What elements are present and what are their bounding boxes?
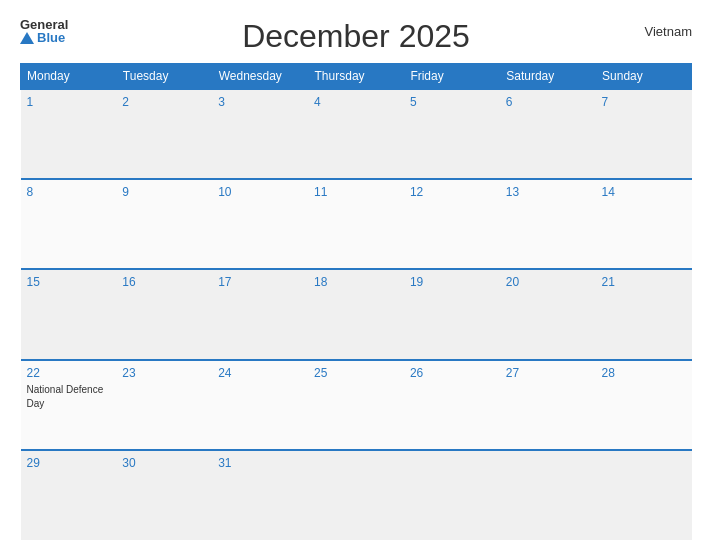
calendar-week-row: 15161718192021 bbox=[21, 269, 692, 359]
logo-triangle-icon bbox=[20, 32, 34, 44]
calendar-week-row: 891011121314 bbox=[21, 179, 692, 269]
day-number: 24 bbox=[218, 366, 302, 380]
calendar-cell: 5 bbox=[404, 89, 500, 179]
col-tuesday: Tuesday bbox=[116, 64, 212, 90]
month-title: December 2025 bbox=[242, 18, 470, 55]
calendar-cell: 9 bbox=[116, 179, 212, 269]
calendar-cell: 16 bbox=[116, 269, 212, 359]
calendar-cell: 26 bbox=[404, 360, 500, 450]
day-number: 9 bbox=[122, 185, 206, 199]
day-number: 1 bbox=[27, 95, 111, 109]
day-number: 30 bbox=[122, 456, 206, 470]
calendar-cell: 15 bbox=[21, 269, 117, 359]
calendar-cell: 19 bbox=[404, 269, 500, 359]
calendar-cell: 1 bbox=[21, 89, 117, 179]
calendar-table: Monday Tuesday Wednesday Thursday Friday… bbox=[20, 63, 692, 540]
calendar-cell: 3 bbox=[212, 89, 308, 179]
day-number: 18 bbox=[314, 275, 398, 289]
day-number: 19 bbox=[410, 275, 494, 289]
calendar-week-row: 293031 bbox=[21, 450, 692, 540]
day-number: 3 bbox=[218, 95, 302, 109]
day-number: 15 bbox=[27, 275, 111, 289]
calendar-cell: 28 bbox=[596, 360, 692, 450]
calendar-cell: 2 bbox=[116, 89, 212, 179]
col-thursday: Thursday bbox=[308, 64, 404, 90]
day-number: 12 bbox=[410, 185, 494, 199]
calendar-cell: 14 bbox=[596, 179, 692, 269]
calendar-week-row: 22National Defence Day232425262728 bbox=[21, 360, 692, 450]
calendar-cell: 6 bbox=[500, 89, 596, 179]
day-number: 2 bbox=[122, 95, 206, 109]
calendar-cell bbox=[500, 450, 596, 540]
calendar-cell bbox=[596, 450, 692, 540]
day-number: 10 bbox=[218, 185, 302, 199]
logo-blue-text: Blue bbox=[20, 31, 65, 44]
calendar-cell: 10 bbox=[212, 179, 308, 269]
calendar-cell: 8 bbox=[21, 179, 117, 269]
calendar-cell: 22National Defence Day bbox=[21, 360, 117, 450]
day-number: 25 bbox=[314, 366, 398, 380]
calendar-page: General Blue December 2025 Vietnam Monda… bbox=[0, 0, 712, 550]
day-number: 4 bbox=[314, 95, 398, 109]
day-number: 23 bbox=[122, 366, 206, 380]
day-number: 29 bbox=[27, 456, 111, 470]
calendar-cell: 25 bbox=[308, 360, 404, 450]
day-number: 13 bbox=[506, 185, 590, 199]
calendar-cell: 7 bbox=[596, 89, 692, 179]
col-saturday: Saturday bbox=[500, 64, 596, 90]
day-number: 16 bbox=[122, 275, 206, 289]
calendar-cell: 21 bbox=[596, 269, 692, 359]
day-number: 14 bbox=[602, 185, 686, 199]
country-label: Vietnam bbox=[645, 24, 692, 39]
calendar-cell: 31 bbox=[212, 450, 308, 540]
day-number: 28 bbox=[602, 366, 686, 380]
col-wednesday: Wednesday bbox=[212, 64, 308, 90]
col-sunday: Sunday bbox=[596, 64, 692, 90]
day-number: 27 bbox=[506, 366, 590, 380]
col-friday: Friday bbox=[404, 64, 500, 90]
calendar-cell: 20 bbox=[500, 269, 596, 359]
calendar-cell: 27 bbox=[500, 360, 596, 450]
calendar-week-row: 1234567 bbox=[21, 89, 692, 179]
calendar-cell bbox=[404, 450, 500, 540]
day-number: 17 bbox=[218, 275, 302, 289]
calendar-cell: 17 bbox=[212, 269, 308, 359]
day-number: 6 bbox=[506, 95, 590, 109]
calendar-cell: 12 bbox=[404, 179, 500, 269]
day-number: 11 bbox=[314, 185, 398, 199]
day-number: 31 bbox=[218, 456, 302, 470]
calendar-cell: 13 bbox=[500, 179, 596, 269]
calendar-cell: 11 bbox=[308, 179, 404, 269]
calendar-cell: 24 bbox=[212, 360, 308, 450]
col-monday: Monday bbox=[21, 64, 117, 90]
day-number: 26 bbox=[410, 366, 494, 380]
calendar-cell: 23 bbox=[116, 360, 212, 450]
calendar-cell: 18 bbox=[308, 269, 404, 359]
calendar-cell: 30 bbox=[116, 450, 212, 540]
header: General Blue December 2025 Vietnam bbox=[20, 18, 692, 55]
day-number: 7 bbox=[602, 95, 686, 109]
logo: General Blue bbox=[20, 18, 68, 44]
calendar-cell bbox=[308, 450, 404, 540]
calendar-cell: 4 bbox=[308, 89, 404, 179]
day-number: 20 bbox=[506, 275, 590, 289]
calendar-cell: 29 bbox=[21, 450, 117, 540]
day-number: 22 bbox=[27, 366, 111, 380]
day-number: 8 bbox=[27, 185, 111, 199]
day-number: 5 bbox=[410, 95, 494, 109]
day-number: 21 bbox=[602, 275, 686, 289]
calendar-header-row: Monday Tuesday Wednesday Thursday Friday… bbox=[21, 64, 692, 90]
event-label: National Defence Day bbox=[27, 384, 104, 409]
